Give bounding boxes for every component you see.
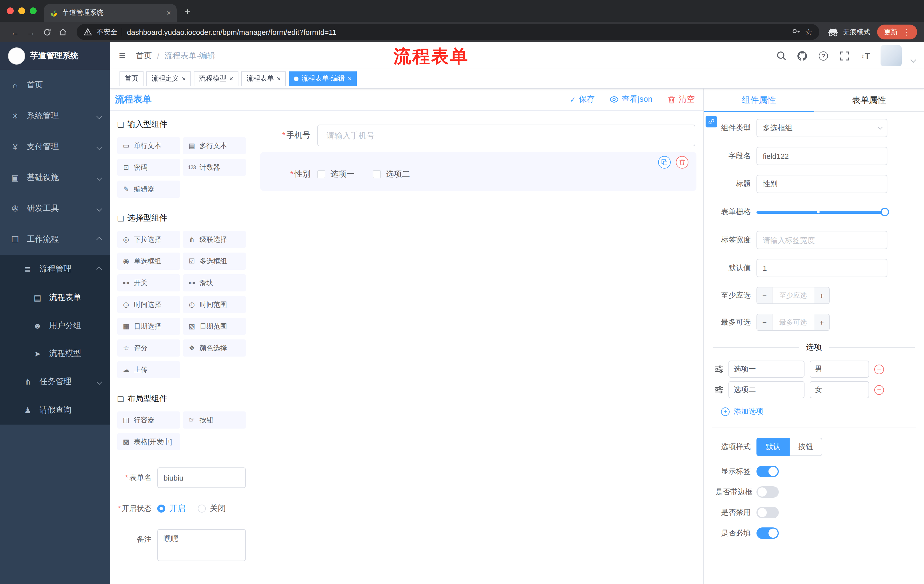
component-switch[interactable]: ⊶开关 <box>117 274 180 291</box>
bookmark-star-icon[interactable]: ☆ <box>805 27 812 37</box>
status-off-radio[interactable]: 关闭 <box>198 503 226 514</box>
avatar-caret-icon[interactable] <box>911 57 916 63</box>
gender-option1-checkbox[interactable]: 选项一 <box>317 169 355 179</box>
show-label-switch[interactable] <box>756 466 779 477</box>
form-grid-slider[interactable] <box>756 203 888 221</box>
gender-option2-checkbox[interactable]: 选项二 <box>373 169 410 179</box>
component-table[interactable]: ▩表格[开发中] <box>117 433 180 450</box>
tab-close-icon[interactable]: × <box>167 8 171 17</box>
tag-process-form-edit[interactable]: 流程表单-编辑 × <box>289 71 357 86</box>
disabled-switch[interactable] <box>756 507 779 518</box>
tag-close-icon[interactable]: × <box>277 75 281 82</box>
decrease-button[interactable]: − <box>757 288 772 303</box>
remove-option-button[interactable]: − <box>874 364 884 374</box>
reload-button[interactable] <box>39 24 55 40</box>
component-color-picker[interactable]: ❖颜色选择 <box>183 339 246 357</box>
phone-field-row[interactable]: *手机号 <box>260 125 695 146</box>
delete-field-button[interactable] <box>676 156 688 169</box>
fullscreen-icon[interactable] <box>838 49 851 62</box>
tag-close-icon[interactable]: × <box>182 75 186 82</box>
option1-value-input[interactable] <box>810 360 869 378</box>
sidebar-item-process-model[interactable]: ➤ 流程模型 <box>0 339 111 367</box>
increase-button[interactable]: + <box>813 314 829 330</box>
github-icon[interactable] <box>796 49 808 62</box>
forward-button[interactable]: → <box>23 24 39 40</box>
tag-close-icon[interactable]: × <box>348 75 351 82</box>
required-switch[interactable] <box>756 527 779 539</box>
search-icon[interactable] <box>775 49 787 62</box>
drag-handle-icon[interactable] <box>714 365 723 374</box>
slider-handle[interactable] <box>881 208 889 216</box>
sidebar-item-payment[interactable]: ¥ 支付管理 <box>0 132 111 162</box>
component-counter[interactable]: 123计数器 <box>183 159 246 176</box>
home-button[interactable] <box>55 24 71 40</box>
component-date-picker[interactable]: ▦日期选择 <box>117 318 180 335</box>
increase-button[interactable]: + <box>813 288 829 303</box>
save-button[interactable]: ✓ 保存 <box>570 94 595 105</box>
tag-process-form[interactable]: 流程表单 × <box>241 71 286 86</box>
component-slider[interactable]: ⊷滑块 <box>183 274 246 291</box>
window-close-button[interactable] <box>7 7 14 14</box>
sidebar-item-leave-query[interactable]: ♟ 请假查询 <box>0 396 111 424</box>
form-canvas[interactable]: *手机号 <box>253 111 703 584</box>
remove-option-button[interactable]: − <box>874 385 884 395</box>
sidebar-item-user-group[interactable]: ☻ 用户分组 <box>0 311 111 339</box>
tag-process-definition[interactable]: 流程定义 × <box>146 71 191 86</box>
component-checkbox-group[interactable]: ☑多选框组 <box>183 253 246 270</box>
browser-update-button[interactable]: 更新 ⋮ <box>877 25 917 39</box>
tag-process-model[interactable]: 流程模型 × <box>194 71 238 86</box>
component-editor[interactable]: ✎编辑器 <box>117 181 180 198</box>
add-option-button[interactable]: + 添加选项 <box>721 406 924 416</box>
component-password[interactable]: ⊡密码 <box>117 159 180 176</box>
breadcrumb-home[interactable]: 首页 <box>136 51 152 61</box>
component-button[interactable]: ☞按钮 <box>183 411 246 429</box>
component-date-range[interactable]: ▧日期范围 <box>183 318 246 335</box>
sidebar-item-process-form[interactable]: ▤ 流程表单 <box>0 283 111 311</box>
sidebar-item-process-mgmt[interactable]: ≣ 流程管理 <box>0 255 111 283</box>
sidebar-toggle-icon[interactable]: ≡ <box>119 49 125 62</box>
form-remark-textarea[interactable]: 嘿嘿 <box>157 529 246 561</box>
label-width-input[interactable] <box>756 231 888 249</box>
sidebar-item-infra[interactable]: ▣ 基础设施 <box>0 162 111 193</box>
phone-input[interactable] <box>317 125 695 146</box>
back-button[interactable]: ← <box>7 24 23 40</box>
window-minimize-button[interactable] <box>18 7 25 14</box>
copy-field-button[interactable] <box>658 156 671 169</box>
avatar[interactable] <box>881 45 902 66</box>
title-input[interactable] <box>756 175 888 193</box>
app-logo[interactable]: 芋道管理系统 <box>0 42 111 70</box>
password-key-icon[interactable] <box>792 26 800 38</box>
option1-name-input[interactable] <box>728 360 805 378</box>
help-icon[interactable]: ? <box>817 49 830 62</box>
sidebar-item-home[interactable]: ⌂ 首页 <box>0 70 111 100</box>
view-json-button[interactable]: 查看json <box>610 94 652 105</box>
tag-close-icon[interactable]: × <box>229 75 233 82</box>
default-value-input[interactable] <box>756 259 888 277</box>
sidebar-item-system[interactable]: ✳ 系统管理 <box>0 100 111 132</box>
tag-home[interactable]: 首页 <box>119 71 144 86</box>
max-select-input[interactable] <box>772 314 813 330</box>
sidebar-item-workflow[interactable]: ❒ 工作流程 <box>0 224 111 255</box>
clear-button[interactable]: 清空 <box>667 94 695 105</box>
option2-value-input[interactable] <box>810 381 869 398</box>
font-size-icon[interactable]: ↕T <box>860 49 872 62</box>
component-dropdown[interactable]: ◎下拉选择 <box>117 231 180 248</box>
component-time-picker[interactable]: ◷时间选择 <box>117 296 180 313</box>
style-default-button[interactable]: 默认 <box>756 438 790 456</box>
sidebar-item-devtools[interactable]: ✇ 研发工具 <box>0 193 111 224</box>
decrease-button[interactable]: − <box>757 314 772 330</box>
component-type-select[interactable]: 多选框组 <box>756 119 888 137</box>
component-time-range[interactable]: ◴时间范围 <box>183 296 246 313</box>
new-tab-button[interactable]: + <box>185 6 190 18</box>
component-single-text[interactable]: ▭单行文本 <box>117 137 180 154</box>
component-cascader[interactable]: ⋔级联选择 <box>183 231 246 248</box>
component-row-container[interactable]: ◫行容器 <box>117 411 180 429</box>
component-upload[interactable]: ☁上传 <box>117 361 180 378</box>
min-select-input[interactable] <box>772 288 813 303</box>
drag-handle-icon[interactable] <box>714 385 723 394</box>
style-button-button[interactable]: 按钮 <box>790 438 822 456</box>
selected-field-gender[interactable]: *性别 选项一 选项二 <box>260 152 696 191</box>
field-name-input[interactable] <box>756 147 888 165</box>
tab-form-props[interactable]: 表单属性 <box>814 89 924 112</box>
tab-component-props[interactable]: 组件属性 <box>704 89 814 112</box>
